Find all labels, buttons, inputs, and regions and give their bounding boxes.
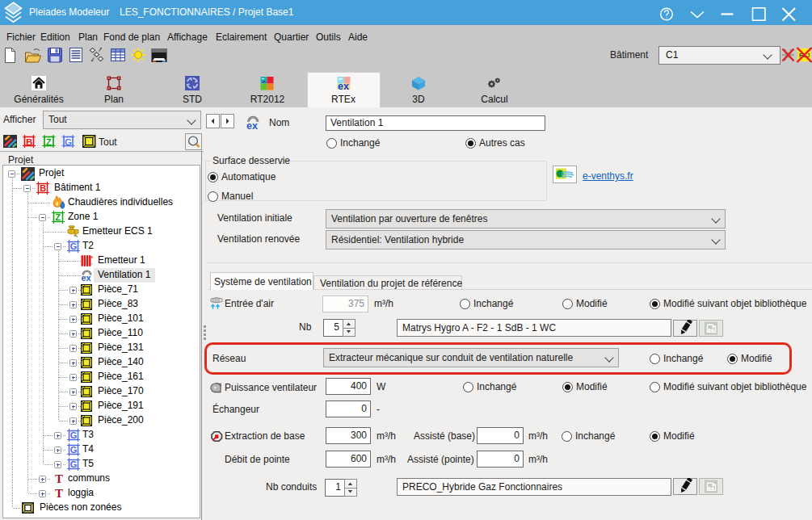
svg-text:G: G [65, 137, 72, 147]
svg-text:G: G [70, 459, 78, 469]
svg-text:ex: ex [82, 273, 92, 282]
svg-text:T: T [55, 487, 63, 499]
svg-text:ex: ex [246, 120, 258, 130]
svg-text:G: G [70, 430, 78, 440]
svg-text:G: G [70, 241, 78, 251]
svg-text:B: B [40, 183, 46, 193]
svg-text:Z: Z [46, 137, 52, 147]
svg-text:B: B [26, 137, 32, 147]
svg-text:ex: ex [338, 81, 349, 91]
svg-text:T: T [55, 472, 63, 484]
svg-text:G: G [70, 445, 78, 455]
svg-text:Z: Z [55, 212, 61, 222]
